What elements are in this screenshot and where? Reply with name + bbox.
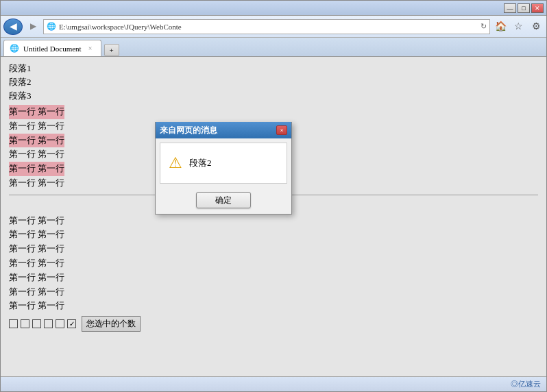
watermark: ◎亿速云 [511, 379, 541, 389]
dialog-body: ⚠ 段落2 [160, 143, 287, 184]
tab-label: Untitled Document [23, 45, 82, 53]
favorites-button[interactable]: ☆ [511, 19, 526, 34]
dialog-close-button[interactable]: × [276, 125, 287, 135]
active-tab[interactable]: 🌐 Untitled Document × [3, 40, 101, 56]
dialog-title-bar: 来自网页的消息 × [156, 122, 291, 138]
content-area: 段落1 段落2 段落3 第一行 第一行 第一行 第一行 第一行 第一行 第一行 … [1, 57, 546, 376]
tab-bar: 🌐 Untitled Document × + [1, 38, 546, 57]
close-button[interactable]: ✕ [531, 3, 544, 13]
dialog-ok-button[interactable]: 确定 [196, 192, 251, 208]
address-bar: 🌐 E:\umgsai\workspace\JQuery\WebConte ↻ [43, 19, 490, 34]
new-tab-button[interactable]: + [104, 44, 119, 56]
dialog-footer: 确定 [156, 188, 291, 214]
nav-bar: ◀ ▶ 🌐 E:\umgsai\workspace\JQuery\WebCont… [1, 16, 546, 38]
dialog-warning-icon: ⚠ [169, 154, 182, 172]
address-text: E:\umgsai\workspace\JQuery\WebConte [59, 23, 478, 31]
address-ie-icon: 🌐 [47, 22, 56, 31]
maximize-button[interactable]: □ [518, 3, 530, 13]
status-bar: ◎亿速云 [1, 376, 546, 391]
refresh-button[interactable]: ↻ [481, 22, 487, 31]
home-button[interactable]: 🏠 [493, 19, 508, 34]
forward-button[interactable]: ▶ [25, 19, 40, 34]
title-bar-buttons: — □ ✕ [504, 3, 544, 13]
settings-button[interactable]: ⚙ [528, 19, 544, 34]
dialog-overlay: 来自网页的消息 × ⚠ 段落2 确定 [1, 57, 546, 376]
tab-icon: 🌐 [10, 44, 19, 53]
title-bar: — □ ✕ [1, 1, 546, 16]
minimize-button[interactable]: — [504, 3, 516, 13]
dialog: 来自网页的消息 × ⚠ 段落2 确定 [155, 122, 292, 215]
dialog-title-text: 来自网页的消息 [160, 125, 217, 136]
back-button[interactable]: ◀ [3, 19, 23, 35]
dialog-message: 段落2 [189, 157, 212, 169]
tab-close-button[interactable]: × [86, 44, 95, 53]
browser-window: — □ ✕ ◀ ▶ 🌐 E:\umgsai\workspace\JQuery\W… [0, 0, 547, 392]
